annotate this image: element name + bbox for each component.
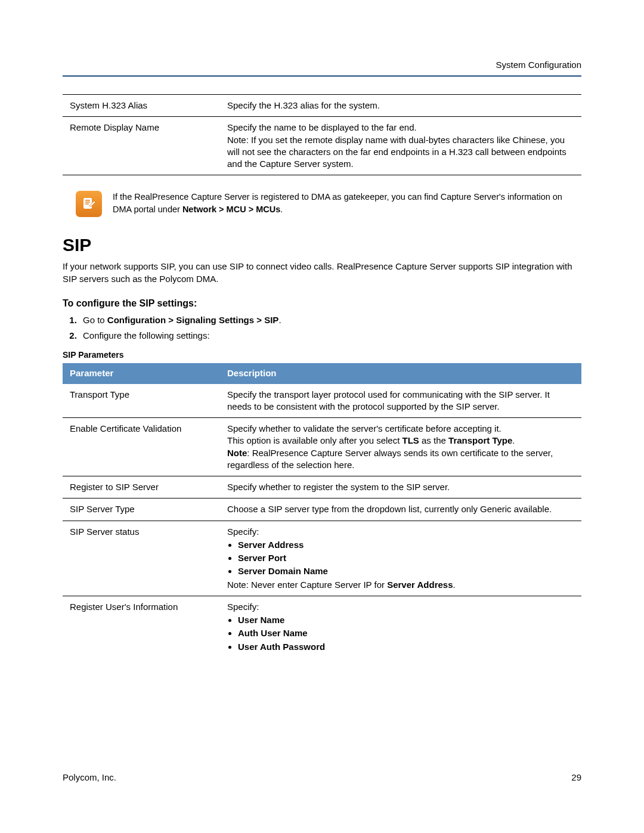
desc-bold: Transport Type xyxy=(448,435,512,445)
note-text-post: . xyxy=(280,205,283,214)
desc-bold: Note xyxy=(227,448,247,458)
sip-steps: Go to Configuration > Signaling Settings… xyxy=(79,314,581,342)
note-icon xyxy=(76,191,102,217)
header-rule xyxy=(63,75,581,77)
note-text-pre: If the RealPresence Capture Server is re… xyxy=(113,192,562,213)
h323-params-table: System H.323 Alias Specify the H.323 ali… xyxy=(63,94,581,175)
step-text-bold: Configuration > Signaling Settings > SIP xyxy=(107,315,279,325)
param-name: Register to SIP Server xyxy=(63,476,220,498)
param-desc: Specify: Server Address Server Port Serv… xyxy=(220,521,581,596)
param-desc: Specify the transport layer protocol use… xyxy=(220,384,581,418)
sip-table-caption: SIP Parameters xyxy=(63,350,581,360)
desc-line: . xyxy=(453,580,456,590)
sip-subheading: To configure the SIP settings: xyxy=(63,298,581,309)
desc-line: Specify whether to validate the server's… xyxy=(227,423,501,433)
bullet-item: Server Port xyxy=(238,552,574,564)
param-name: SIP Server Type xyxy=(63,498,220,521)
desc-line: Note: Never enter Capture Server IP for xyxy=(227,580,387,590)
page-footer: Polycom, Inc. 29 xyxy=(63,772,581,782)
param-desc: Specify the H.323 alias for the system. xyxy=(220,95,581,117)
desc-line: Note: If you set the remote display name… xyxy=(227,135,566,169)
bullet-item: Server Domain Name xyxy=(238,565,574,577)
bullet-item: Server Address xyxy=(238,539,574,551)
desc-bold: Server Address xyxy=(387,580,453,590)
page-header-right: System Configuration xyxy=(496,60,581,70)
table-row: Register User's Information Specify: Use… xyxy=(63,596,581,659)
bullet-item: Auth User Name xyxy=(238,627,574,639)
desc-lead: Specify: xyxy=(227,602,259,612)
param-desc: Specify the name to be displayed to the … xyxy=(220,117,581,175)
desc-line: : RealPresence Capture Server always sen… xyxy=(227,448,553,470)
step-text: Go to xyxy=(83,315,107,325)
table-row: Remote Display Name Specify the name to … xyxy=(63,117,581,175)
param-desc: Specify whether to register the system t… xyxy=(220,476,581,498)
desc-line: This option is available only after you … xyxy=(227,435,402,445)
desc-line: as the xyxy=(419,435,448,445)
sip-heading: SIP xyxy=(63,235,581,255)
desc-line: . xyxy=(512,435,515,445)
table-row: Register to SIP Server Specify whether t… xyxy=(63,476,581,498)
param-name: System H.323 Alias xyxy=(63,95,220,117)
note-text-bold: Network > MCU > MCUs xyxy=(182,205,280,214)
param-desc: Choose a SIP server type from the dropdo… xyxy=(220,498,581,521)
param-name: Remote Display Name xyxy=(63,117,220,175)
sip-params-table: Parameter Description Transport Type Spe… xyxy=(63,363,581,659)
param-name: Enable Certificate Validation xyxy=(63,418,220,476)
th-parameter: Parameter xyxy=(63,363,220,383)
table-row: Transport Type Specify the transport lay… xyxy=(63,384,581,418)
param-name: Register User's Information xyxy=(63,596,220,659)
sip-intro: If your network supports SIP, you can us… xyxy=(63,260,581,285)
step-text: . xyxy=(278,315,281,325)
footer-left: Polycom, Inc. xyxy=(63,772,116,782)
table-row: SIP Server Type Choose a SIP server type… xyxy=(63,498,581,521)
param-name: Transport Type xyxy=(63,384,220,418)
desc-lead: Specify: xyxy=(227,527,259,537)
bullet-item: User Auth Password xyxy=(238,641,574,653)
note-text: If the RealPresence Capture Server is re… xyxy=(113,191,581,215)
param-desc: Specify whether to validate the server's… xyxy=(220,418,581,476)
footer-page-number: 29 xyxy=(571,772,581,782)
param-desc: Specify: User Name Auth User Name User A… xyxy=(220,596,581,659)
desc-line: Specify the name to be displayed to the … xyxy=(227,122,417,132)
table-row: System H.323 Alias Specify the H.323 ali… xyxy=(63,95,581,117)
step-2: Configure the following settings: xyxy=(79,329,581,342)
bullet-item: User Name xyxy=(238,614,574,626)
step-1: Go to Configuration > Signaling Settings… xyxy=(79,314,581,326)
table-row: SIP Server status Specify: Server Addres… xyxy=(63,521,581,596)
param-name: SIP Server status xyxy=(63,521,220,596)
th-description: Description xyxy=(220,363,581,383)
note-callout: If the RealPresence Capture Server is re… xyxy=(76,191,581,217)
desc-bold: TLS xyxy=(402,435,419,445)
table-row: Enable Certificate Validation Specify wh… xyxy=(63,418,581,476)
